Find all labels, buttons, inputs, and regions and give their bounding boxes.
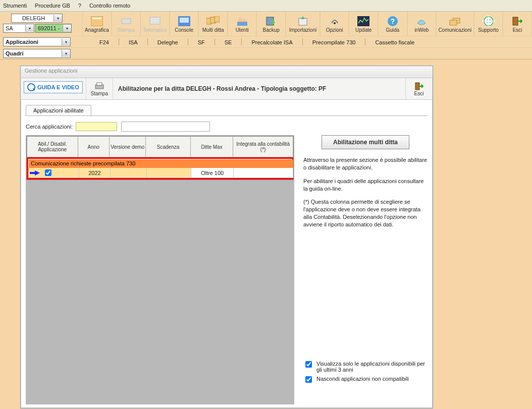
sa-value: SA xyxy=(6,25,13,31)
chevron-down-icon: ▾ xyxy=(63,25,71,32)
applicazioni-box: Applicazioni ▾ xyxy=(0,37,74,46)
cell-abil[interactable] xyxy=(29,168,79,178)
ditta-combo[interactable]: DELEGH ▾ xyxy=(11,14,63,23)
guida-video-button[interactable]: GUIDA E VIDEO xyxy=(24,81,83,93)
grid-empty-area xyxy=(26,180,294,404)
tool-stampa: Stampa xyxy=(112,12,141,36)
tool-utenti[interactable]: Utenti xyxy=(228,12,257,36)
arrow-icon xyxy=(30,172,35,174)
tool-supporto[interactable]: Supporto xyxy=(474,12,503,36)
svg-rect-2 xyxy=(122,19,131,24)
search-row: Cerca applicazioni: xyxy=(26,121,428,132)
quadri-combo[interactable]: Quadri ▾ xyxy=(3,49,71,58)
svg-rect-19 xyxy=(450,20,457,25)
tool-guida[interactable]: ?Guida xyxy=(378,12,407,36)
col-abil[interactable]: Abil./ Disabil. Applicazione xyxy=(27,137,78,157)
group-row[interactable]: Comunicazione richieste precompilata 730 xyxy=(29,159,293,168)
tool-telematico: Telematico xyxy=(140,12,170,36)
cell-anno: 2022 xyxy=(79,168,111,178)
exit-icon xyxy=(414,82,423,91)
tab-applicazioni-abilitate[interactable]: Applicazioni abilitate xyxy=(26,105,91,115)
search-icon xyxy=(27,83,35,91)
svg-point-9 xyxy=(238,18,242,22)
check-ultimi3anni-row: Visualizza solo le applicazioni disponib… xyxy=(303,361,428,373)
svg-rect-5 xyxy=(180,18,189,23)
inner-header: GUIDA E VIDEO Stampa Abilitazione per la… xyxy=(21,78,433,100)
ditta-value: DELEGH xyxy=(14,15,54,21)
printer-icon xyxy=(94,82,104,91)
menu-help[interactable]: ? xyxy=(78,3,81,9)
inner-esci-label: Esci xyxy=(414,91,424,96)
tool-opzioni[interactable]: Opzioni xyxy=(320,12,349,36)
tool-update[interactable]: Update xyxy=(349,12,378,36)
info-p1: Attraverso la presente sezione è possibi… xyxy=(303,156,428,171)
sa-combo[interactable]: SA ▾ xyxy=(3,24,34,33)
check-ultimi3anni[interactable] xyxy=(305,361,312,368)
tool-comunicazioni[interactable]: Comunicazioni xyxy=(436,12,474,36)
applicazioni-label: Applicazioni xyxy=(6,39,62,45)
col-ditte[interactable]: Ditte Max xyxy=(190,137,233,157)
menu-remoto[interactable]: Controllo remoto xyxy=(89,3,130,9)
cell-scadenza xyxy=(147,168,191,178)
inner-stampa-label: Stampa xyxy=(90,91,108,96)
grid-header-row: Abil./ Disabil. Applicazione Anno Versio… xyxy=(27,137,293,157)
svg-rect-15 xyxy=(357,16,369,26)
abilitazione-multi-ditta-button[interactable]: Abilitazione multi ditta xyxy=(322,135,409,149)
cell-versione xyxy=(111,168,147,178)
highlighted-rows: Comunicazione richieste precompilata 730… xyxy=(27,157,293,180)
tab-isa[interactable]: ISA xyxy=(123,38,143,46)
tab-sf[interactable]: SF xyxy=(192,38,210,46)
tab-cassetto[interactable]: Cassetto fiscale xyxy=(369,38,420,46)
check-nascondi-row: Nascondi applicazioni non compatibili xyxy=(303,376,428,384)
inner-esci-button[interactable]: Esci xyxy=(405,78,433,99)
tool-console[interactable]: Console xyxy=(170,12,199,36)
inner-header-title: Abilitazione per la ditta DELEGH - Rossi… xyxy=(113,78,405,99)
search-input[interactable] xyxy=(121,122,210,132)
svg-rect-28 xyxy=(415,83,419,90)
svg-rect-1 xyxy=(92,18,101,19)
cell-integrata xyxy=(234,168,293,178)
info-pane: Abilitazione multi ditta Attraverso la p… xyxy=(294,135,428,404)
tool-backup[interactable]: Backup xyxy=(256,12,286,36)
col-anno[interactable]: Anno xyxy=(78,137,109,157)
col-scadenza[interactable]: Scadenza xyxy=(146,137,191,157)
svg-rect-3 xyxy=(150,17,160,24)
tab-f24[interactable]: F24 xyxy=(94,38,115,46)
svg-rect-11 xyxy=(237,22,247,26)
grid-pane: Abil./ Disabil. Applicazione Anno Versio… xyxy=(26,135,294,404)
tool-anagrafica[interactable]: Anagrafica xyxy=(82,12,112,36)
tab-precalcolate[interactable]: Precalcolate ISA xyxy=(246,38,298,46)
tab-deleghe[interactable]: Deleghe xyxy=(152,38,184,46)
menu-bar: Strumenti Procedure GB ? Controllo remot… xyxy=(0,0,532,12)
tool-multiditta[interactable]: Multi ditta xyxy=(198,12,228,36)
col-integrata[interactable]: Integrata alla contabilità (*) xyxy=(233,137,293,157)
tool-importazioni[interactable]: Importazioni xyxy=(286,12,320,36)
gestione-applicazioni-window: Gestione applicazioni GUIDA E VIDEO Stam… xyxy=(20,66,433,408)
applicazioni-combo[interactable]: Applicazioni ▾ xyxy=(3,37,71,46)
check-nascondi[interactable] xyxy=(305,376,312,383)
svg-rect-25 xyxy=(513,17,518,25)
applications-grid: Abil./ Disabil. Applicazione Anno Versio… xyxy=(26,136,294,180)
svg-text:?: ? xyxy=(390,17,395,25)
year-combo[interactable]: 692011 - ▾ xyxy=(35,24,72,33)
menu-procedure[interactable]: Procedure GB xyxy=(35,3,70,9)
enable-checkbox[interactable] xyxy=(45,169,51,176)
check-ultimi3anni-label: Visualizza solo le applicazioni disponib… xyxy=(316,361,428,373)
tab-precompilate[interactable]: Precompilate 730 xyxy=(307,38,361,46)
info-p3: (*) Questa colonna permette di scegliere… xyxy=(303,198,428,228)
check-nascondi-label: Nascondi applicazioni non compatibili xyxy=(316,376,409,382)
chevron-down-icon: ▾ xyxy=(62,38,70,45)
data-row[interactable]: 2022 Oltre 100 xyxy=(29,168,293,178)
svg-rect-8 xyxy=(215,16,220,22)
tool-esci-top[interactable]: Esci xyxy=(503,12,532,36)
menu-strumenti[interactable]: Strumenti xyxy=(3,3,27,9)
tool-inweb[interactable]: inWeb xyxy=(407,12,437,36)
search-token-box[interactable] xyxy=(76,122,117,131)
svg-point-14 xyxy=(334,22,336,24)
col-versione[interactable]: Versione demo xyxy=(109,137,145,157)
guida-video-label: GUIDA E VIDEO xyxy=(37,84,79,90)
chevron-down-icon: ▾ xyxy=(25,25,34,32)
inner-stampa-button[interactable]: Stampa xyxy=(86,78,113,99)
quadri-box: Quadri ▾ xyxy=(0,49,74,58)
tab-se[interactable]: SE xyxy=(219,38,238,46)
